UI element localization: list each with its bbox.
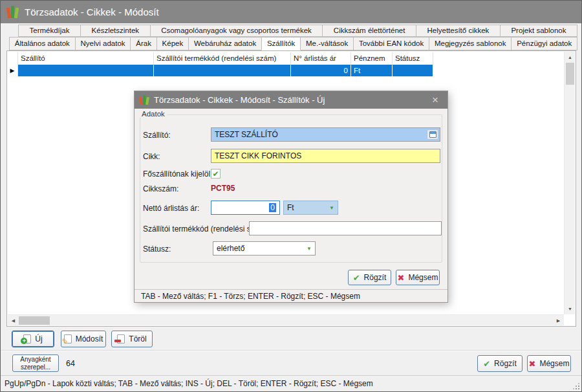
check-icon: ✔ — [483, 360, 490, 368]
grid-cell-szallito[interactable] — [18, 65, 154, 76]
tab-megjegyzes-sablonok[interactable]: Megjegyzés sablonok — [429, 37, 512, 50]
grid-cell-szallitoi-termekkod-rendelesi-szam[interactable] — [154, 65, 291, 76]
x-icon: ✖ — [398, 274, 405, 282]
tab-row-primary: Általános adatokNyelvi adatokÁrakKépekWe… — [9, 37, 577, 50]
grid-column-header-szallitoi-termekkod-rendelesi-szam[interactable]: Szállítói termékkód (rendelési szám) — [154, 52, 291, 65]
main-save-button[interactable]: ✔ Rögzít — [477, 355, 523, 372]
status-label: Státusz: — [143, 245, 171, 254]
net-price-value: 0 — [269, 203, 276, 212]
grid-column-header-szallito[interactable]: Szállító — [18, 52, 154, 65]
grid-cell-penznem[interactable]: Ft — [351, 65, 393, 76]
main-save-label: Rögzít — [494, 359, 517, 368]
grid-selector-header — [7, 52, 18, 65]
grid-selected-row[interactable]: ▶ 0Ft — [7, 65, 433, 76]
groupbox-title: Adatok — [140, 110, 167, 118]
main-supplier-label: Főszállítónak kijelöl: — [143, 169, 212, 179]
tab-cikkszam-elettortenet[interactable]: Cikkszám élettörténet — [322, 25, 416, 37]
scroll-right-icon[interactable]: ▶ — [553, 315, 564, 326]
material-usage-button[interactable]: Anyagként szerepel... — [12, 354, 59, 372]
resize-grip[interactable] — [573, 383, 579, 389]
main-cancel-label: Mégsem — [539, 359, 569, 368]
dialog-close-icon[interactable]: × — [428, 94, 442, 105]
net-price-input[interactable]: 0 — [211, 201, 280, 215]
supplier-label: Szállító: — [143, 131, 171, 140]
status-bar: PgUp/PgDn - Lapok közti váltás; TAB - Me… — [1, 375, 581, 391]
article-input[interactable]: TESZT CIKK FORINTOS — [211, 149, 440, 163]
grid-cell-n-arlistas-ar[interactable]: 0 — [291, 65, 351, 76]
tab-keszletszintek[interactable]: Készletszintek — [80, 25, 151, 37]
grid-header-row: SzállítóSzállítói termékkód (rendelési s… — [7, 52, 433, 65]
dialog-cancel-button[interactable]: ✖ Mégsem — [396, 270, 440, 285]
tab-me-valtasok[interactable]: Me.-váltások — [300, 37, 354, 50]
vertical-scroll-thumb[interactable] — [566, 63, 574, 85]
new-button-label: Új — [35, 334, 42, 343]
tab-altalanos-adatok[interactable]: Általános adatok — [9, 37, 76, 50]
scroll-up-icon[interactable]: ▲ — [565, 52, 576, 63]
vertical-scrollbar[interactable]: ▲ ▼ — [564, 52, 575, 314]
tab-termekdijak[interactable]: Termékdíjak — [18, 25, 81, 37]
grid-column-header-n-arlistas-ar[interactable]: N° árlistás ár — [291, 52, 351, 65]
material-count: 64 — [66, 359, 75, 368]
dialog-titlebar: Törzsadatok - Cikkek - Módosít - Szállít… — [135, 91, 447, 109]
delete-doc-icon — [117, 334, 125, 343]
horizontal-scrollbar[interactable]: ◀ ▶ — [8, 314, 564, 325]
app-logo-icon — [6, 5, 19, 19]
x-icon: ✖ — [529, 360, 536, 368]
dialog-save-button[interactable]: ✔ Rögzít — [348, 270, 391, 285]
status-value: elérhető — [217, 244, 244, 253]
tab-tovabbi-ean-kodok[interactable]: További EAN kódok — [353, 37, 429, 50]
grid-cell-statusz[interactable] — [393, 65, 433, 76]
new-button[interactable]: + Új — [12, 331, 54, 347]
checkbox-check-icon: ✔ — [212, 170, 219, 178]
delete-button[interactable]: Töröl — [111, 331, 153, 347]
window-title: Törzsadatok - Cikkek - Módosít — [25, 6, 159, 17]
tab-nyelvi-adatok[interactable]: Nyelvi adatok — [75, 37, 131, 50]
new-doc-icon: + — [23, 334, 31, 343]
main-cancel-button[interactable]: ✖ Mégsem — [527, 355, 571, 372]
material-usage-label: Anyagként szerepel... — [14, 356, 57, 371]
dialog-save-label: Rögzít — [364, 273, 387, 282]
article-code-value: PCT95 — [211, 184, 235, 193]
grid-column-header-statusz[interactable]: Státusz — [393, 52, 433, 65]
tab-webaruhaz-adatok[interactable]: Webáruház adatok — [188, 37, 262, 50]
order-code-input[interactable] — [249, 221, 442, 235]
main-supplier-checkbox[interactable]: ✔ — [211, 169, 221, 179]
tab-arak[interactable]: Árak — [130, 37, 156, 50]
tab-penzugyi-adatok[interactable]: Pénzügyi adatok — [511, 37, 577, 50]
separator-line — [1, 350, 581, 351]
delete-button-label: Töröl — [129, 334, 146, 343]
status-bar-text: PgUp/PgDn - Lapok közti váltás; TAB - Me… — [5, 379, 373, 388]
currency-value: Ft — [287, 203, 294, 212]
tab-kepek[interactable]: Képek — [156, 37, 189, 50]
supplier-new-dialog: Törzsadatok - Cikkek - Módosít - Szállít… — [134, 91, 448, 303]
chevron-down-icon: ▼ — [307, 246, 312, 252]
supplier-value: TESZT SZÁLLÍTÓ — [215, 130, 278, 139]
article-code-label: Cikkszám: — [143, 184, 178, 193]
tab-row-secondary: TermékdíjakKészletszintekCsomagolóanyago… — [18, 25, 577, 37]
dialog-logo-icon — [140, 94, 149, 105]
article-value: TESZT CIKK FORINTOS — [215, 151, 301, 160]
scroll-down-icon[interactable]: ▼ — [565, 303, 576, 314]
dialog-hint-bar: TAB - Mező váltás; F1 - Törzs; ENTER - R… — [135, 289, 447, 302]
check-icon: ✔ — [353, 274, 360, 282]
edit-button[interactable]: ✎ Módosít — [61, 331, 106, 347]
tab-szallitok[interactable]: Szállítók — [261, 37, 301, 50]
edit-button-label: Módosít — [76, 334, 103, 343]
supplier-input[interactable]: TESZT SZÁLLÍTÓ — [211, 127, 440, 142]
currency-combo[interactable]: Ft ▼ — [283, 201, 338, 215]
grid-column-header-penznem[interactable]: Pénznem — [351, 52, 393, 65]
article-label: Cikk: — [143, 152, 160, 161]
window-icon — [429, 131, 436, 138]
tab-csomagoloanyagok-vagy-csoportos-termekek[interactable]: Csomagolóanyagok vagy csoportos termékek — [150, 25, 323, 37]
dialog-hint-text: TAB - Mező váltás; F1 - Törzs; ENTER - R… — [141, 292, 360, 301]
row-marker-icon: ▶ — [7, 65, 18, 76]
status-combo[interactable]: elérhető ▼ — [213, 241, 316, 256]
scroll-left-icon[interactable]: ◀ — [8, 315, 19, 326]
grid-row-cells: 0Ft — [18, 65, 433, 76]
net-price-label: Nettó árlistás ár: — [143, 204, 199, 213]
dialog-cancel-label: Mégsem — [408, 273, 438, 282]
supplier-browse-button[interactable] — [427, 129, 438, 140]
horizontal-scroll-thumb[interactable] — [19, 316, 50, 325]
tab-projekt-sablonok[interactable]: Projekt sablonok — [500, 25, 577, 37]
tab-helyettesito-cikkek[interactable]: Helyettesítő cikkek — [416, 25, 501, 37]
